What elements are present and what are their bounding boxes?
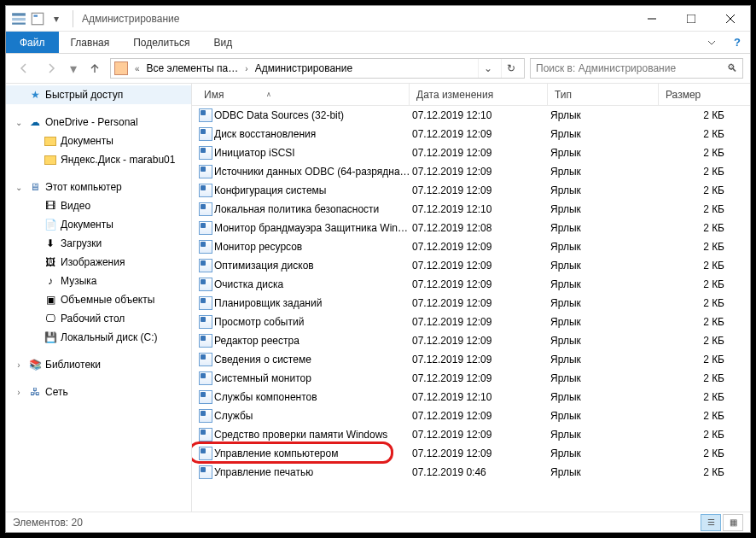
shortcut-icon xyxy=(197,428,214,442)
cell-size: 2 КБ xyxy=(661,109,750,121)
nav-quick-access[interactable]: ★ Быстрый доступ xyxy=(6,85,191,104)
qat-dropdown-icon[interactable]: ▾ xyxy=(49,11,64,26)
col-type[interactable]: Тип xyxy=(547,84,658,105)
nav-3dobjects[interactable]: ▣Объемные объекты xyxy=(6,290,191,309)
title-bar: ▾ Администрирование xyxy=(6,6,750,32)
home-tab[interactable]: Главная xyxy=(59,32,122,53)
cell-name: Сведения о системе xyxy=(214,354,412,365)
column-headers: Имя∧ Дата изменения Тип Размер xyxy=(192,84,750,106)
cell-type: Ярлык xyxy=(550,354,661,365)
cell-date: 07.12.2019 12:10 xyxy=(412,109,550,121)
nav-thispc[interactable]: ⌄🖥 Этот компьютер xyxy=(6,178,191,196)
cell-size: 2 КБ xyxy=(661,297,750,309)
cell-size: 2 КБ xyxy=(661,278,750,290)
desktop-icon: 🖵 xyxy=(44,312,57,325)
nav-label: Документы xyxy=(61,135,113,147)
nav-label: Сеть xyxy=(45,386,68,398)
table-row[interactable]: ODBC Data Sources (32-bit)07.12.2019 12:… xyxy=(192,106,750,125)
maximize-button[interactable] xyxy=(672,6,711,31)
table-row[interactable]: Средство проверки памяти Windows07.12.20… xyxy=(192,425,750,444)
shortcut-icon xyxy=(197,296,214,310)
system-menu-icon[interactable] xyxy=(11,11,26,26)
table-row[interactable]: Планировщик заданий07.12.2019 12:09Ярлык… xyxy=(192,294,750,313)
qat-prop-icon[interactable] xyxy=(30,11,45,26)
cell-type: Ярлык xyxy=(550,466,661,478)
shortcut-icon xyxy=(197,240,214,254)
nav-yandex[interactable]: Яндекс.Диск - marabu01 xyxy=(6,150,191,169)
share-tab[interactable]: Поделиться xyxy=(121,32,201,53)
close-button[interactable] xyxy=(711,6,750,31)
view-large-button[interactable]: ▦ xyxy=(723,514,743,531)
cell-type: Ярлык xyxy=(550,316,661,328)
table-row[interactable]: Просмотр событий07.12.2019 12:09Ярлык2 К… xyxy=(192,313,750,331)
search-input[interactable]: Поиск в: Администрирование 🔍︎ xyxy=(530,58,743,79)
view-tab[interactable]: Вид xyxy=(201,32,244,53)
ribbon-expand-button[interactable] xyxy=(699,32,724,53)
table-row[interactable]: Конфигурация системы07.12.2019 12:09Ярлы… xyxy=(192,181,750,200)
star-icon: ★ xyxy=(28,88,42,102)
cell-type: Ярлык xyxy=(550,297,661,309)
table-row[interactable]: Источники данных ODBC (64-разрядна…07.12… xyxy=(192,162,750,181)
breadcrumb-1[interactable]: Все элементы па… xyxy=(147,62,239,74)
up-button[interactable] xyxy=(84,57,105,79)
table-row[interactable]: Службы07.12.2019 12:09Ярлык2 КБ xyxy=(192,406,750,425)
expand-icon[interactable]: › xyxy=(13,388,25,397)
nav-onedrive[interactable]: ⌄☁ OneDrive - Personal xyxy=(6,113,191,132)
refresh-button[interactable]: ↻ xyxy=(501,59,520,78)
cell-type: Ярлык xyxy=(550,166,661,178)
cell-date: 07.12.2019 12:09 xyxy=(412,316,550,328)
nav-video[interactable]: 🎞Видео xyxy=(6,196,191,215)
nav-cdrive[interactable]: 💾Локальный диск (C:) xyxy=(6,328,191,347)
expand-icon[interactable]: ⌄ xyxy=(13,183,25,192)
expand-icon[interactable]: ⌄ xyxy=(13,118,25,127)
cell-type: Ярлык xyxy=(550,128,661,140)
chevron-right-icon[interactable]: › xyxy=(241,64,251,73)
table-row[interactable]: Редактор реестра07.12.2019 12:09Ярлык2 К… xyxy=(192,331,750,350)
table-row[interactable]: Управление компьютером07.12.2019 12:09Яр… xyxy=(192,444,750,463)
cell-date: 07.12.2019 12:10 xyxy=(412,203,550,215)
cell-name: Монитор ресурсов xyxy=(214,241,412,253)
col-size[interactable]: Размер xyxy=(658,84,750,105)
cell-size: 2 КБ xyxy=(661,447,750,459)
nav-downloads[interactable]: ⬇Загрузки xyxy=(6,234,191,253)
col-date[interactable]: Дата изменения xyxy=(409,84,547,105)
table-row[interactable]: Оптимизация дисков07.12.2019 12:09Ярлык2… xyxy=(192,256,750,275)
nav-documents[interactable]: Документы xyxy=(6,132,191,150)
table-row[interactable]: Монитор брандмауэра Защитника Win…07.12.… xyxy=(192,219,750,237)
minimize-button[interactable] xyxy=(632,6,672,31)
back-button[interactable] xyxy=(13,57,35,79)
nav-network[interactable]: ›🖧Сеть xyxy=(6,383,191,401)
nav-pictures[interactable]: 🖼Изображения xyxy=(6,253,191,272)
cell-size: 2 КБ xyxy=(661,316,750,328)
table-row[interactable]: Диск восстановления07.12.2019 12:09Ярлык… xyxy=(192,125,750,143)
cell-size: 2 КБ xyxy=(661,391,750,403)
cell-name: Редактор реестра xyxy=(214,335,412,347)
table-row[interactable]: Монитор ресурсов07.12.2019 12:09Ярлык2 К… xyxy=(192,237,750,256)
forward-button[interactable] xyxy=(40,57,62,79)
breadcrumb-2[interactable]: Администрирование xyxy=(255,62,352,74)
nav-desktop[interactable]: 🖵Рабочий стол xyxy=(6,309,191,328)
table-row[interactable]: Очистка диска07.12.2019 12:09Ярлык2 КБ xyxy=(192,275,750,294)
nav-music[interactable]: ♪Музыка xyxy=(6,272,191,290)
file-tab[interactable]: Файл xyxy=(6,32,59,53)
address-bar[interactable]: « Все элементы па… › Администрирование ⌄… xyxy=(110,58,525,79)
nav-documents2[interactable]: 📄Документы xyxy=(6,215,191,234)
shortcut-icon xyxy=(197,202,214,216)
table-row[interactable]: Службы компонентов07.12.2019 12:10Ярлык2… xyxy=(192,388,750,406)
address-dropdown[interactable]: ⌄ xyxy=(478,59,497,78)
shortcut-icon xyxy=(197,409,214,423)
recent-dropdown[interactable]: ▾ xyxy=(67,57,79,79)
table-row[interactable]: Системный монитор07.12.2019 12:09Ярлык2 … xyxy=(192,369,750,388)
window-title: Администрирование xyxy=(82,13,632,25)
chevron-left-icon[interactable]: « xyxy=(131,64,143,73)
table-row[interactable]: Управление печатью07.12.2019 0:46Ярлык2 … xyxy=(192,463,750,482)
view-details-button[interactable]: ☰ xyxy=(701,514,721,531)
table-row[interactable]: Инициатор iSCSI07.12.2019 12:09Ярлык2 КБ xyxy=(192,143,750,162)
help-button[interactable]: ? xyxy=(724,32,750,53)
expand-icon[interactable]: › xyxy=(13,360,25,370)
col-name[interactable]: Имя∧ xyxy=(197,84,409,105)
table-row[interactable]: Сведения о системе07.12.2019 12:09Ярлык2… xyxy=(192,350,750,369)
nav-libraries[interactable]: ›📚Библиотеки xyxy=(6,355,191,374)
table-row[interactable]: Локальная политика безопасности07.12.201… xyxy=(192,200,750,219)
nav-label: Изображения xyxy=(61,256,125,268)
